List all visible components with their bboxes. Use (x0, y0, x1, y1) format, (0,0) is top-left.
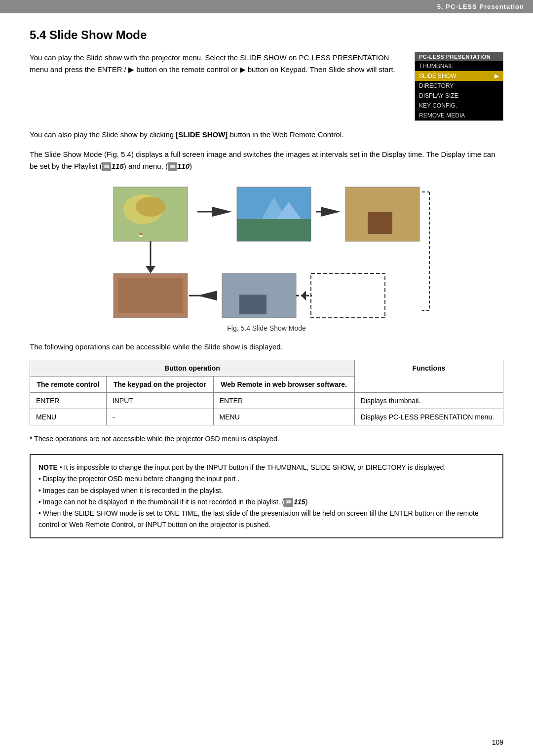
svg-rect-8 (237, 219, 311, 241)
menu-item-directory: DIRECTORY (415, 81, 503, 91)
book-icon-1: 📖 (102, 162, 111, 171)
slide-show-bold: [SLIDE SHOW] (176, 130, 228, 139)
note-line-4: • Image can not be displayed in the thum… (38, 496, 495, 508)
header-title: 5. PC-LESS Presentation (437, 3, 524, 10)
section-title: 5.4 Slide Show Mode (30, 28, 503, 42)
svg-text:🥗: 🥗 (138, 232, 144, 238)
functions-header: Functions (354, 360, 503, 393)
row2-col3: MENU (213, 409, 354, 425)
col3-header: Web Remote in web browser software. (213, 377, 354, 393)
svg-point-2 (136, 197, 165, 217)
page-ref-2: 110 (177, 162, 190, 170)
note-box: NOTE • It is impossible to change the in… (30, 454, 503, 538)
svg-rect-30 (239, 295, 266, 314)
diagram-caption: Fig. 5.4 Slide Show Mode (30, 324, 503, 332)
note-line-2: • Display the projector OSD menu before … (38, 473, 495, 485)
menu-screenshot: PC-LESS PRESENTATION THUMBNAIL SLIDE SHO… (415, 52, 503, 121)
intro-block: You can play the Slide show with the pro… (30, 52, 503, 121)
row1-col2: INPUT (106, 393, 213, 409)
menu-item-thumbnail: THUMBNAIL (415, 61, 503, 71)
note-label: NOTE (38, 463, 58, 471)
menu-header: PC-LESS PRESENTATION (415, 52, 503, 61)
menu-item-slideshow: SLIDE SHOW (415, 71, 503, 81)
row1-col4: Displays thumbnail. (354, 393, 503, 409)
operations-table: Button operation Functions The remote co… (30, 360, 503, 425)
note-page-ref: 115 (294, 498, 305, 506)
book-icon-2: 📖 (168, 162, 177, 171)
diagram-svg: 🥗 (99, 182, 434, 320)
table-row: MENU - MENU Displays PC-LESS PRESENTATIO… (30, 409, 503, 425)
svg-rect-23 (118, 278, 183, 313)
menu-item-keyconfig: KEY CONFIG. (415, 101, 503, 111)
display-time-text: The Slide Show Mode (Fig. 5.4) displays … (30, 149, 503, 172)
btn-op-header: Button operation (30, 360, 355, 377)
col2-header: The keypad on the projector (106, 377, 213, 393)
note-line-1: NOTE • It is impossible to change the in… (38, 462, 495, 473)
intro-text: You can play the Slide show with the pro… (30, 52, 405, 76)
row1-col1: ENTER (30, 393, 107, 409)
note-text-1: • It is impossible to change the input p… (60, 463, 446, 471)
row2-col4: Displays PC-LESS PRESENTATION menu. (354, 409, 503, 425)
col1-header: The remote control (30, 377, 107, 393)
svg-rect-15 (368, 212, 392, 234)
page-ref-1: 115 (112, 162, 124, 170)
row2-col1: MENU (30, 409, 107, 425)
following-text: The following operations can be accessib… (30, 341, 503, 353)
table-row: ENTER INPUT ENTER Displays thumbnail. (30, 393, 503, 409)
note-line-5: • When the SLIDE SHOW mode is set to ONE… (38, 508, 495, 530)
also-play-paragraph: You can also play the Slide show by clic… (30, 129, 503, 141)
header-bar: 5. PC-LESS Presentation (0, 0, 533, 13)
svg-rect-32 (311, 273, 385, 318)
svg-marker-11 (321, 207, 341, 217)
slide-show-diagram: 🥗 (30, 182, 503, 320)
book-icon-3: 📖 (284, 498, 293, 507)
note-line-3: • Images can be displayed when it is rec… (38, 485, 495, 496)
page-number: 109 (492, 738, 503, 746)
menu-item-displaysize: DISPLAY SIZE (415, 91, 503, 101)
intro-paragraph: You can play the Slide show with the pro… (30, 52, 405, 76)
menu-item-removemedia: REMOVE MEDIA (415, 111, 503, 120)
svg-marker-5 (212, 207, 232, 217)
asterisk-note: * These operations are not accessible wh… (30, 433, 503, 444)
svg-marker-21 (146, 266, 155, 273)
row1-col3: ENTER (213, 393, 354, 409)
row2-col2: - (106, 409, 213, 425)
